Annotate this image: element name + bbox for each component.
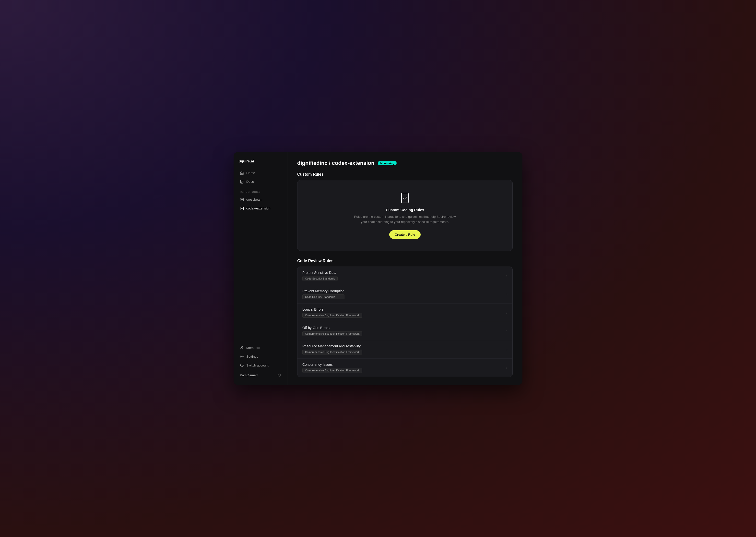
sidebar-item-members[interactable]: Members	[238, 344, 283, 351]
code-review-rules-section-title: Code Review Rules	[297, 259, 513, 263]
docs-icon	[240, 180, 244, 184]
sidebar-item-home[interactable]: Home	[238, 169, 283, 177]
rule-item-3[interactable]: Off-by-One Errors Comprehensive Bug Iden…	[297, 322, 512, 340]
repo-icon-crossbeam	[240, 198, 244, 202]
rule-item-5[interactable]: Concurrency Issues Comprehensive Bug Ide…	[297, 359, 512, 377]
sidebar: Squire.ai Home	[234, 152, 287, 385]
sidebar-item-home-label: Home	[246, 171, 255, 175]
sidebar-item-docs-label: Docs	[246, 180, 254, 184]
svg-point-12	[242, 356, 243, 357]
sidebar-item-members-label: Members	[246, 346, 260, 350]
chevron-right-icon-5: ›	[506, 366, 508, 370]
svg-rect-8	[241, 208, 243, 208]
svg-point-10	[241, 347, 242, 348]
chevron-right-icon-2: ›	[506, 310, 508, 314]
sidebar-item-crossbeam-label: crossbeam	[246, 198, 262, 201]
monitoring-badge: Monitoring	[378, 161, 397, 165]
svg-rect-14	[401, 193, 408, 203]
user-name: Karl Clement	[240, 373, 258, 377]
user-row: Karl Clement	[238, 371, 283, 379]
svg-rect-9	[241, 209, 242, 209]
rule-item-4[interactable]: Resource Management and Testability Comp…	[297, 340, 512, 359]
file-icon-container	[399, 192, 411, 204]
repo-icon-codex-extension	[240, 207, 244, 210]
chevron-right-icon-3: ›	[506, 329, 508, 333]
sidebar-bottom: Members Settings	[238, 344, 283, 379]
sidebar-item-crossbeam[interactable]: crossbeam	[238, 196, 283, 204]
sidebar-item-settings-label: Settings	[246, 355, 258, 358]
rule-name-3: Off-by-One Errors	[302, 326, 362, 330]
sidebar-logo: Squire.ai	[238, 159, 283, 163]
main-content: dignifiedinc / codex-extension Monitorin…	[287, 152, 522, 385]
rule-info-5: Concurrency Issues Comprehensive Bug Ide…	[302, 362, 362, 373]
svg-rect-5	[241, 199, 243, 199]
rule-tag-5: Comprehensive Bug Identification Framewo…	[302, 368, 362, 373]
empty-state-card: Custom Coding Rules Rules are the custom…	[297, 180, 513, 251]
rules-list: Protect Sensitive Data Code Security Sta…	[297, 267, 513, 377]
rule-item-1[interactable]: Prevent Memory Corruption Code Security …	[297, 285, 512, 304]
rule-name-5: Concurrency Issues	[302, 362, 362, 366]
rule-item-0[interactable]: Protect Sensitive Data Code Security Sta…	[297, 267, 512, 285]
sidebar-item-settings[interactable]: Settings	[238, 352, 283, 360]
sidebar-nav: Home Docs REPOSITORIES	[238, 169, 283, 212]
rule-tag-2: Comprehensive Bug Identification Framewo…	[302, 313, 362, 318]
sidebar-item-docs[interactable]: Docs	[238, 178, 283, 186]
switch-icon	[240, 363, 244, 367]
sidebar-item-switch-account[interactable]: Switch account	[238, 361, 283, 369]
page-title: dignifiedinc / codex-extension	[297, 160, 374, 166]
rule-info-3: Off-by-One Errors Comprehensive Bug Iden…	[302, 326, 362, 336]
create-rule-button[interactable]: Create a Rule	[389, 230, 420, 239]
rule-name-4: Resource Management and Testability	[302, 344, 362, 348]
chevron-right-icon-1: ›	[506, 292, 508, 296]
settings-icon	[240, 354, 244, 358]
sidebar-item-codex-extension-label: codex-extension	[246, 207, 270, 210]
rule-tag-0: Code Security Standards	[302, 276, 338, 281]
app-window: Squire.ai Home	[234, 152, 522, 385]
rule-info-4: Resource Management and Testability Comp…	[302, 344, 362, 354]
logout-icon[interactable]	[277, 373, 281, 377]
chevron-right-icon-4: ›	[506, 348, 508, 351]
rule-tag-3: Comprehensive Bug Identification Framewo…	[302, 331, 362, 336]
svg-rect-6	[241, 200, 242, 200]
sidebar-item-codex-extension[interactable]: codex-extension	[238, 205, 283, 212]
empty-state-heading: Custom Coding Rules	[386, 208, 424, 212]
rule-tag-4: Comprehensive Bug Identification Framewo…	[302, 350, 362, 354]
chevron-right-icon-0: ›	[506, 274, 508, 278]
rule-name-1: Prevent Memory Corruption	[302, 289, 344, 293]
sidebar-item-switch-account-label: Switch account	[246, 363, 269, 367]
members-icon	[240, 346, 244, 350]
rule-info-0: Protect Sensitive Data Code Security Sta…	[302, 271, 338, 281]
rule-info-1: Prevent Memory Corruption Code Security …	[302, 289, 344, 299]
file-check-icon	[399, 192, 411, 204]
rule-item-2[interactable]: Logical Errors Comprehensive Bug Identif…	[297, 304, 512, 322]
home-icon	[240, 171, 244, 175]
rule-tag-1: Code Security Standards	[302, 295, 344, 299]
rule-name-0: Protect Sensitive Data	[302, 271, 338, 275]
custom-rules-section-title: Custom Rules	[297, 172, 513, 177]
rule-info-2: Logical Errors Comprehensive Bug Identif…	[302, 308, 362, 318]
repositories-section-label: REPOSITORIES	[238, 187, 283, 195]
empty-state-description: Rules are the custom instructions and gu…	[351, 214, 459, 225]
svg-point-11	[243, 347, 243, 348]
page-header: dignifiedinc / codex-extension Monitorin…	[297, 160, 513, 166]
rule-name-2: Logical Errors	[302, 308, 362, 311]
